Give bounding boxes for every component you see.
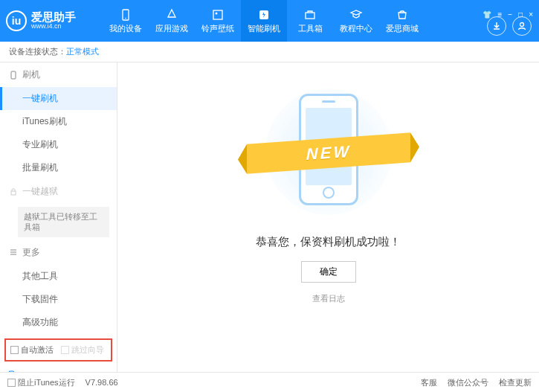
- logo-icon: iu: [6, 10, 27, 31]
- jailbreak-note: 越狱工具已转移至工具箱: [18, 207, 109, 237]
- status-bar: 设备连接状态： 正常模式: [0, 42, 539, 62]
- download-button[interactable]: [487, 16, 506, 36]
- ok-button[interactable]: 确定: [301, 261, 356, 283]
- sidebar-item-batch[interactable]: 批量刷机: [0, 156, 117, 179]
- status-prefix: 设备连接状态：: [9, 46, 66, 57]
- nav-flash[interactable]: 智能刷机: [241, 0, 287, 42]
- svg-rect-5: [306, 13, 314, 19]
- nav-store[interactable]: 爱思商城: [379, 0, 425, 42]
- sidebar-item-itunes[interactable]: iTunes刷机: [0, 110, 117, 133]
- footer-service[interactable]: 客服: [421, 377, 437, 388]
- checkbox-auto-activate[interactable]: 自动激活: [10, 344, 54, 356]
- sidebar-item-advanced[interactable]: 高级功能: [0, 311, 117, 334]
- nav-my-device[interactable]: 我的设备: [103, 0, 149, 42]
- main-content: NEW 恭喜您，保资料刷机成功啦！ 确定 查看日志: [117, 62, 539, 372]
- device-phone-icon: [7, 370, 16, 372]
- footer-update[interactable]: 检查更新: [499, 377, 532, 388]
- sidebar-group-more[interactable]: 更多: [0, 240, 117, 265]
- sidebar-item-download-fw[interactable]: 下载固件: [0, 288, 117, 311]
- phone-illustration: NEW: [262, 85, 396, 219]
- success-message: 恭喜您，保资料刷机成功啦！: [256, 235, 401, 249]
- device-info[interactable]: iPhone 15 Pro Max 512GB iPhone: [0, 366, 117, 372]
- logo-area: iu 爱思助手 www.i4.cn: [6, 10, 103, 31]
- logo-text: 爱思助手 www.i4.cn: [31, 11, 76, 30]
- svg-point-1: [125, 17, 126, 19]
- version-label: V7.98.66: [85, 378, 118, 387]
- store-icon: [396, 8, 409, 22]
- app-header: iu 爱思助手 www.i4.cn 我的设备 应用游戏 铃声壁纸 智能刷机 工具…: [0, 0, 539, 42]
- highlighted-checkbox-row: 自动激活 跳过向导: [4, 338, 112, 362]
- toolbox-icon: [303, 8, 317, 22]
- body: 刷机 一键刷机 iTunes刷机 专业刷机 批量刷机 一键越狱 越狱工具已转移至…: [0, 62, 539, 372]
- status-mode: 正常模式: [66, 46, 99, 57]
- sidebar-item-oneclick[interactable]: 一键刷机: [0, 87, 117, 110]
- tutorial-icon: [349, 8, 363, 22]
- view-log-link[interactable]: 查看日志: [312, 293, 345, 304]
- device-name: iPhone 15 Pro Max: [19, 370, 91, 372]
- lock-icon: [9, 187, 18, 196]
- checkbox-skip-guide[interactable]: 跳过向导: [61, 344, 104, 356]
- nav-toolbox[interactable]: 工具箱: [287, 0, 333, 42]
- sidebar-item-othertools[interactable]: 其他工具: [0, 265, 117, 288]
- svg-point-3: [216, 12, 218, 14]
- svg-rect-9: [10, 371, 14, 372]
- svg-rect-2: [213, 10, 222, 19]
- flash-icon: [257, 8, 271, 22]
- top-nav: 我的设备 应用游戏 铃声壁纸 智能刷机 工具箱 教程中心 爱思商城: [103, 0, 425, 42]
- apps-icon: [165, 8, 178, 22]
- footer-wechat[interactable]: 微信公众号: [448, 377, 488, 388]
- phone-icon: [9, 71, 18, 80]
- sidebar: 刷机 一键刷机 iTunes刷机 专业刷机 批量刷机 一键越狱 越狱工具已转移至…: [0, 62, 117, 372]
- nav-tutorial[interactable]: 教程中心: [333, 0, 379, 42]
- wallpaper-icon: [211, 8, 225, 22]
- svg-point-6: [520, 23, 524, 27]
- device-icon: [119, 8, 132, 22]
- app-title: 爱思助手: [31, 11, 76, 24]
- nav-ringtone[interactable]: 铃声壁纸: [195, 0, 241, 42]
- header-right: 👕 ≡ − □ ×: [482, 10, 533, 32]
- sidebar-item-pro[interactable]: 专业刷机: [0, 133, 117, 156]
- nav-apps[interactable]: 应用游戏: [149, 0, 195, 42]
- svg-rect-7: [11, 71, 16, 79]
- sidebar-group-jailbreak: 一键越狱: [0, 179, 117, 204]
- svg-rect-8: [11, 191, 16, 195]
- sidebar-group-flash[interactable]: 刷机: [0, 62, 117, 87]
- user-button[interactable]: [512, 16, 532, 36]
- app-url: www.i4.cn: [31, 23, 76, 30]
- footer: 阻止iTunes运行 V7.98.66 客服 微信公众号 检查更新: [0, 372, 539, 392]
- more-icon: [9, 248, 18, 257]
- checkbox-block-itunes[interactable]: 阻止iTunes运行: [7, 377, 75, 388]
